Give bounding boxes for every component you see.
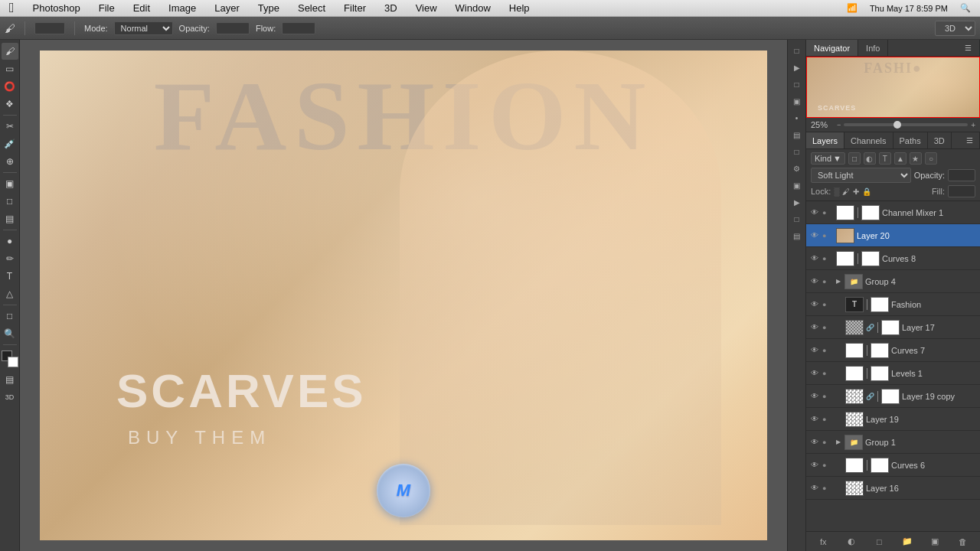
color-swatches[interactable] — [2, 350, 18, 367]
delete-layer-button[interactable]: 🗑 — [956, 535, 970, 549]
tab-layers[interactable]: Layers — [806, 132, 844, 148]
right-btn-11[interactable]: ▤ — [789, 228, 805, 243]
layer-options-icon[interactable]: ● — [822, 484, 831, 492]
tab-paths[interactable]: Paths — [893, 132, 928, 148]
brush-icon[interactable]: 🖌 — [5, 22, 15, 34]
layer-visibility-toggle[interactable]: 👁 — [809, 322, 820, 333]
right-btn-play[interactable]: ▶ — [789, 60, 805, 75]
layer-item[interactable]: 👁 ● ▶ 📁 Group 1 — [806, 431, 980, 454]
filter-adj-icon[interactable]: ◐ — [864, 152, 876, 165]
layer-options-icon[interactable]: ● — [822, 255, 831, 262]
zoom-slider[interactable] — [844, 123, 968, 126]
canvas-container[interactable]: FASHION SCARVES BUY THEM M — [40, 51, 767, 540]
tool-lasso[interactable]: ⭕ — [2, 78, 18, 95]
layer-options-icon[interactable]: ● — [822, 324, 831, 331]
filter-smart-icon[interactable]: ★ — [910, 152, 922, 165]
right-btn-8[interactable]: ▣ — [789, 178, 805, 193]
menu-image[interactable]: Image — [165, 2, 199, 14]
menu-edit[interactable]: Edit — [130, 2, 153, 14]
background-color[interactable] — [8, 357, 18, 367]
tool-shape[interactable]: □ — [2, 308, 18, 324]
panel-options-btn[interactable]: ☰ — [957, 40, 980, 56]
layer-item[interactable]: 👁 ● Curves 6 — [806, 454, 980, 477]
right-btn-6[interactable]: □ — [789, 144, 805, 159]
menu-select[interactable]: Select — [295, 2, 328, 14]
tool-stamp[interactable]: ▣ — [2, 175, 18, 192]
right-btn-5[interactable]: ▤ — [789, 127, 805, 142]
mode-dropdown[interactable]: Normal Multiply Screen Overlay Soft Ligh… — [114, 21, 173, 35]
layer-visibility-toggle[interactable]: 👁 — [809, 460, 820, 471]
menu-photoshop[interactable]: Photoshop — [30, 2, 83, 14]
add-adjustment-button[interactable]: ◐ — [844, 535, 858, 549]
tool-heal[interactable]: ⊕ — [2, 153, 18, 170]
layer-item[interactable]: 👁 ● ▶ 📁 Group 4 — [806, 270, 980, 293]
layer-visibility-toggle[interactable]: 👁 — [809, 253, 820, 264]
tool-move[interactable]: ❖ — [2, 96, 18, 112]
menu-3d[interactable]: 3D — [381, 2, 400, 14]
layer-item[interactable]: 👁 ● 🔗 Layer 17 — [806, 316, 980, 339]
tool-pen[interactable]: ✏ — [2, 250, 18, 267]
layer-item[interactable]: 👁 ● Channel Mixer 1 — [806, 201, 980, 224]
tool-brush[interactable]: 🖌 — [2, 43, 18, 60]
view-dropdown[interactable]: 3D — [935, 21, 975, 36]
tool-mask[interactable]: ▤ — [2, 371, 18, 388]
tool-dodge[interactable]: ● — [2, 233, 18, 249]
right-btn-1[interactable]: □ — [789, 43, 805, 58]
filter-toggle[interactable]: ○ — [925, 152, 937, 165]
new-group-button[interactable]: 📁 — [900, 535, 914, 549]
layer-visibility-toggle[interactable]: 👁 — [809, 414, 820, 425]
tool-eyedropper[interactable]: 💉 — [2, 135, 18, 152]
layer-options-icon[interactable]: ● — [822, 209, 831, 217]
layers-panel-menu[interactable]: ☰ — [960, 132, 980, 148]
tab-channels[interactable]: Channels — [844, 132, 893, 148]
layer-visibility-toggle[interactable]: 👁 — [809, 437, 820, 448]
layer-item[interactable]: 👁 ● T Fashion — [806, 293, 980, 316]
layer-visibility-toggle[interactable]: 👁 — [809, 207, 820, 218]
add-mask-button[interactable]: □ — [872, 535, 886, 549]
fx-button[interactable]: fx — [816, 535, 830, 549]
filter-shape-icon[interactable]: ▲ — [894, 152, 906, 165]
tab-info[interactable]: Info — [858, 40, 888, 56]
layer-options-icon[interactable]: ● — [822, 370, 831, 377]
tab-navigator[interactable]: Navigator — [806, 40, 858, 56]
layer-item[interactable]: 👁 ● Layer 19 — [806, 408, 980, 431]
layer-options-icon[interactable]: ● — [822, 439, 831, 446]
tool-marquee[interactable]: ▭ — [2, 60, 18, 77]
layer-options-icon[interactable]: ● — [822, 278, 831, 285]
layer-options-icon[interactable]: ● — [822, 301, 831, 308]
layer-options-icon[interactable]: ● — [822, 393, 831, 400]
layer-visibility-toggle[interactable]: 👁 — [809, 299, 820, 310]
tool-path[interactable]: △ — [2, 285, 18, 302]
layer-visibility-toggle[interactable]: 👁 — [809, 483, 820, 494]
tool-3d[interactable]: 3D — [2, 389, 18, 406]
lock-transparent-icon[interactable]: ░ — [834, 187, 839, 196]
opacity-value[interactable]: 38% — [948, 169, 975, 181]
filter-text-icon[interactable]: T — [879, 152, 891, 165]
tool-zoom[interactable]: 🔍 — [2, 325, 18, 342]
filter-pixel-icon[interactable]: □ — [848, 152, 861, 165]
menu-type[interactable]: Type — [255, 2, 283, 14]
layer-visibility-toggle[interactable]: 👁 — [809, 276, 820, 287]
fill-value[interactable]: 100% — [948, 185, 975, 197]
new-layer-button[interactable]: ▣ — [928, 535, 942, 549]
apple-menu[interactable]:  — [6, 0, 18, 16]
opacity-input[interactable]: 100% — [216, 22, 250, 34]
tool-eraser[interactable]: □ — [2, 193, 18, 210]
layer-visibility-toggle[interactable]: 👁 — [809, 345, 820, 356]
zoom-in-icon[interactable]: + — [971, 121, 975, 129]
layer-visibility-toggle[interactable]: 👁 — [809, 391, 820, 402]
menu-file[interactable]: File — [96, 2, 118, 14]
layer-options-icon[interactable]: ● — [822, 232, 831, 240]
tab-3d[interactable]: 3D — [928, 132, 952, 148]
layer-item[interactable]: 👁 ● Layer 16 — [806, 477, 980, 500]
tool-text[interactable]: T — [2, 268, 18, 285]
layer-options-icon[interactable]: ● — [822, 461, 831, 469]
tool-gradient[interactable]: ▤ — [2, 210, 18, 227]
layer-visibility-toggle[interactable]: 👁 — [809, 368, 820, 379]
right-btn-9[interactable]: ▶ — [789, 194, 805, 210]
layer-item[interactable]: 👁 ● 🔗 Layer 19 copy — [806, 385, 980, 408]
layer-item[interactable]: 👁 ● Levels 1 — [806, 362, 980, 385]
zoom-out-icon[interactable]: − — [837, 121, 841, 129]
group-expand-icon[interactable]: ▶ — [836, 439, 841, 445]
layer-visibility-toggle[interactable]: 👁 — [809, 230, 820, 241]
